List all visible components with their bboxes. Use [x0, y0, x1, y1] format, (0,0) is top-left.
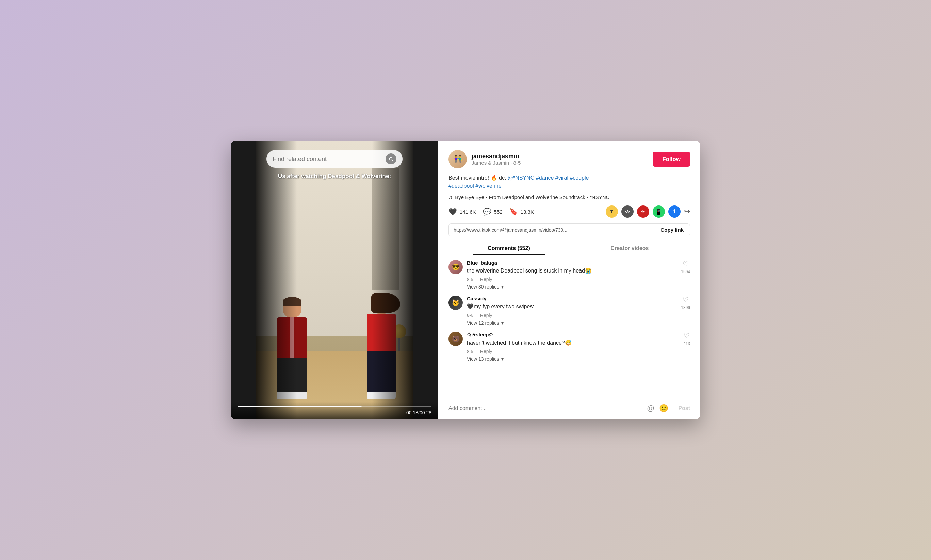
comment-icon: 💬: [483, 208, 491, 216]
comment-date-2: 8-6: [467, 313, 473, 318]
comments-count: 552: [494, 209, 503, 215]
video-area: Us after watching Deadpool & Wolverine: …: [231, 140, 438, 420]
whatsapp-share-icon[interactable]: 📱: [652, 206, 665, 218]
app-container: Us after watching Deadpool & Wolverine: …: [231, 140, 700, 420]
video-controls: 00:18/00:28: [231, 402, 438, 420]
emoji-icon[interactable]: 🙂: [659, 404, 668, 413]
progress-fill: [237, 406, 362, 407]
heart-icon: 🖤: [448, 208, 457, 216]
saves-stat[interactable]: 🔖 13.3K: [509, 208, 534, 216]
hashtag-viral[interactable]: #viral: [556, 175, 568, 181]
like-count-2: 1396: [681, 305, 690, 310]
reply-btn-1[interactable]: Reply: [480, 277, 492, 282]
comment-username-1[interactable]: Blue_baluga: [467, 260, 677, 266]
comment-input-area: @ 🙂 Post: [448, 398, 690, 420]
description-plain: Best movie intro! 🔥 dc:: [448, 175, 508, 181]
comment-date-3: 8-5: [467, 349, 473, 354]
comment-date-1: 8-5: [467, 277, 473, 282]
hashtag-wolverine[interactable]: #wolverine: [476, 183, 501, 189]
view-replies-1[interactable]: View 30 replies ▾: [467, 284, 677, 289]
comment-likes-2: ♡ 1396: [681, 295, 690, 325]
hashtag-deadpool[interactable]: #deadpool: [448, 183, 474, 189]
like-count-1: 1594: [681, 269, 690, 274]
comment-content-2: Cassidy 🖤my fyp every two swipes: 8-6 Re…: [467, 295, 677, 325]
reply-btn-3[interactable]: Reply: [480, 349, 492, 354]
hashtag-couple[interactable]: #couple: [569, 175, 589, 181]
comment-meta-2: 8-6 Reply: [467, 313, 677, 318]
telegram-share-icon[interactable]: ✈: [637, 206, 649, 218]
input-actions: @ 🙂 Post: [647, 404, 690, 413]
search-bar[interactable]: [266, 150, 403, 168]
like-icon-3[interactable]: ♡: [683, 332, 690, 340]
chevron-down-icon-2: ▾: [501, 320, 503, 326]
chevron-down-icon-3: ▾: [501, 356, 503, 362]
share-icons: T </> ✈ 📱 f ↪: [606, 206, 690, 218]
mention-nsync[interactable]: @*NSYNC: [508, 175, 534, 181]
tabs-row: Comments (552) Creator videos: [448, 242, 690, 255]
creator-display: James & Jasmin · 8-5: [472, 160, 648, 166]
creator-username[interactable]: jamesandjasmin: [472, 153, 648, 160]
comment-content-3: ✩i♥sleep✩ haven't watched it but i know …: [467, 332, 679, 362]
comment-text-1: the wolverine Deadpool song is stuck in …: [467, 267, 677, 275]
link-row: https://www.tiktok.com/@jamesandjasmin/v…: [448, 223, 690, 237]
comment-content-1: Blue_baluga the wolverine Deadpool song …: [467, 260, 677, 289]
creator-display-name: James & Jasmin: [472, 160, 509, 166]
comment-item: 😎 Blue_baluga the wolverine Deadpool son…: [448, 260, 690, 289]
post-button[interactable]: Post: [678, 405, 690, 411]
creator-header: 👫 jamesandjasmin James & Jasmin · 8-5 Fo…: [448, 150, 690, 168]
saves-count: 13.3K: [521, 209, 534, 215]
comment-item-2: 🐱 Cassidy 🖤my fyp every two swipes: 8-6 …: [448, 295, 690, 325]
facebook-share-icon[interactable]: f: [668, 206, 680, 218]
mention-icon[interactable]: @: [647, 404, 654, 413]
comment-input[interactable]: [448, 405, 642, 411]
comment-avatar-2: 🐱: [448, 295, 463, 310]
like-count-3: 413: [683, 341, 690, 346]
view-replies-text-1: View 30 replies: [467, 284, 499, 289]
tab-comments[interactable]: Comments (552): [448, 242, 569, 255]
comment-meta-1: 8-5 Reply: [467, 277, 677, 282]
music-note-icon: ♫: [448, 194, 452, 200]
view-replies-text-3: View 13 replies: [467, 356, 499, 362]
progress-bar[interactable]: [237, 406, 431, 407]
left-panel: Us after watching Deadpool & Wolverine: …: [231, 140, 438, 420]
right-panel: 👫 jamesandjasmin James & Jasmin · 8-5 Fo…: [438, 140, 700, 420]
copy-link-button[interactable]: Copy link: [654, 223, 690, 236]
comments-stat[interactable]: 💬 552: [483, 208, 503, 216]
avatar: 👫: [448, 150, 467, 168]
comment-meta-3: 8-5 Reply: [467, 349, 679, 354]
total-time: 00:28: [420, 410, 431, 415]
video-right-vignette: [372, 140, 413, 420]
video-caption: Us after watching Deadpool & Wolverine:: [278, 173, 391, 180]
creator-stats: 8-5: [514, 160, 521, 166]
more-share-icon[interactable]: ↪: [684, 207, 690, 216]
view-replies-2[interactable]: View 12 replies ▾: [467, 320, 677, 326]
comment-username-3[interactable]: ✩i♥sleep✩: [467, 332, 679, 338]
search-input-wrap: [266, 150, 403, 168]
time-display: 00:18/00:28: [237, 410, 431, 415]
music-info: ♫ Bye Bye Bye - From Deadpool and Wolver…: [448, 194, 690, 200]
video-description: Best movie intro! 🔥 dc: @*NSYNC #dance #…: [448, 174, 690, 190]
comments-list: 😎 Blue_baluga the wolverine Deadpool son…: [448, 260, 690, 398]
view-replies-3[interactable]: View 13 replies ▾: [467, 356, 679, 362]
comment-username-2[interactable]: Cassidy: [467, 295, 677, 302]
follow-button[interactable]: Follow: [652, 152, 690, 167]
like-icon-1[interactable]: ♡: [683, 260, 689, 268]
music-text[interactable]: Bye Bye Bye - From Deadpool and Wolverin…: [455, 194, 609, 200]
comment-avatar-1: 😎: [448, 260, 463, 274]
like-icon-2[interactable]: ♡: [683, 295, 689, 304]
hashtag-dance[interactable]: #dance: [536, 175, 554, 181]
bookmark-icon: 🔖: [509, 208, 518, 216]
reply-btn-2[interactable]: Reply: [480, 313, 492, 318]
comment-item-3: 🐻 ✩i♥sleep✩ haven't watched it but i kno…: [448, 332, 690, 362]
search-input[interactable]: [272, 155, 382, 163]
view-replies-text-2: View 12 replies: [467, 320, 499, 326]
likes-count: 141.6K: [460, 209, 476, 215]
link-url: https://www.tiktok.com/@jamesandjasmin/v…: [449, 224, 654, 236]
video-left-vignette: [256, 140, 297, 420]
code-share-icon[interactable]: </>: [621, 206, 634, 218]
tab-creator-videos[interactable]: Creator videos: [569, 242, 690, 255]
search-icon[interactable]: [386, 154, 396, 164]
likes-stat[interactable]: 🖤 141.6K: [448, 208, 476, 216]
tiktok-share-icon[interactable]: T: [606, 206, 618, 218]
video-content: [231, 140, 438, 420]
